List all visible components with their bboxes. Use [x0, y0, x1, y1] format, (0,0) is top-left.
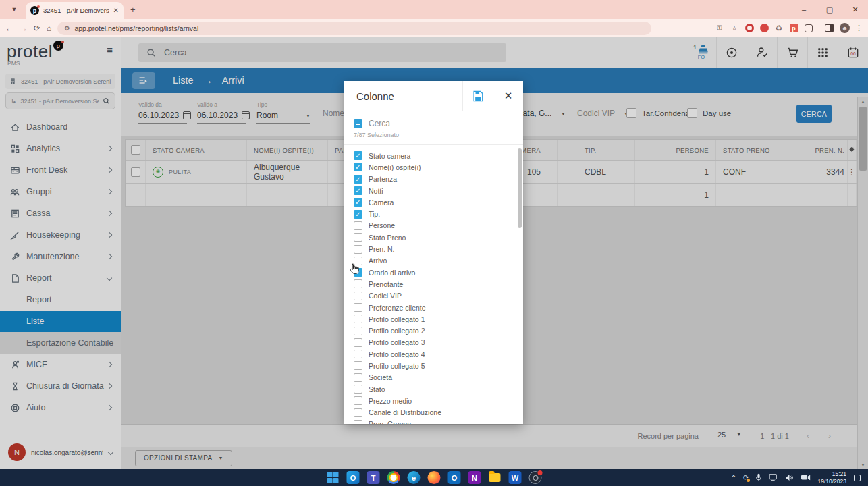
column-option-arrivo[interactable]: Arrivo — [354, 255, 523, 267]
checkbox-icon[interactable] — [354, 175, 362, 184]
sidebar-item-report[interactable]: Report — [0, 267, 121, 289]
scroll-down-icon[interactable]: ▼ — [858, 460, 868, 469]
sidebar-item-aiuto[interactable]: Aiuto — [0, 397, 121, 418]
checkbox-icon[interactable] — [354, 385, 362, 394]
extensions-icon[interactable] — [805, 24, 813, 32]
window-close-button[interactable]: ✕ — [842, 5, 868, 14]
taskbar-explorer-icon[interactable] — [489, 471, 501, 484]
window-minimize-button[interactable]: – — [791, 5, 817, 14]
extension-blocker-icon[interactable] — [760, 24, 769, 32]
tray-volume-icon[interactable] — [785, 474, 794, 481]
extension-ring-icon[interactable] — [745, 24, 754, 32]
column-option-profilo-collegato-3[interactable]: Profilo collegato 3 — [354, 337, 523, 348]
breadcrumb-section[interactable]: Liste — [173, 75, 194, 86]
codici-vip-filter[interactable]: Codici VIP▼ — [577, 107, 628, 122]
modal-close-button[interactable]: ✕ — [493, 81, 523, 111]
checkbox-icon[interactable] — [354, 303, 362, 312]
col-tip[interactable]: TIP. — [558, 140, 635, 160]
checkbox-icon[interactable] — [354, 198, 362, 207]
checkbox-icon[interactable] — [354, 186, 362, 195]
modal-scrollbar-thumb[interactable] — [518, 148, 522, 228]
pos-cart-button[interactable] — [777, 37, 807, 68]
checkbox-icon[interactable] — [354, 163, 362, 171]
column-option-pren-n[interactable]: Pren. N. — [354, 243, 523, 254]
sidebar-subitem-liste[interactable]: Liste — [0, 310, 121, 332]
taskbar-clock[interactable]: 15:21 19/10/2023 — [817, 470, 846, 485]
checkbox-icon[interactable] — [354, 151, 362, 160]
checkbox-icon[interactable] — [354, 350, 362, 358]
calendar-icon[interactable] — [183, 111, 191, 119]
column-option-notti[interactable]: Notti — [354, 185, 523, 196]
forward-icon[interactable]: → — [20, 24, 28, 33]
url-bar[interactable]: ⚙ app.protel.net/pms/reporting/lists/arr… — [57, 22, 651, 35]
column-option-prezzo-medio[interactable]: Prezzo medio — [354, 395, 523, 406]
checkbox-icon[interactable] — [354, 315, 362, 323]
sidebar-item-analytics[interactable]: Analytics — [0, 138, 121, 159]
records-per-page-select[interactable]: 25 ▼ — [716, 431, 742, 441]
checkbox-icon[interactable] — [354, 233, 362, 242]
global-search-input[interactable]: Cerca — [138, 43, 506, 62]
user-account-row[interactable]: N nicolas.ongarato@serinf.it — [0, 439, 121, 469]
sidebar-subitem-report[interactable]: Report — [0, 289, 121, 310]
sidebar-subitem-esportazione-contabile[interactable]: Esportazione Contabile — [0, 332, 121, 354]
sidebar-item-mice[interactable]: MICE — [0, 354, 121, 375]
column-option-camera[interactable]: Camera — [354, 196, 523, 208]
sidebar-item-housekeeping[interactable]: Housekeeping — [0, 224, 121, 246]
taskbar-start-icon[interactable] — [327, 471, 340, 484]
tipo-field[interactable]: Tipo Room▼ — [256, 101, 310, 124]
browser-home-icon[interactable]: ⌂ — [47, 24, 51, 33]
taskbar-obs-icon[interactable] — [529, 471, 542, 484]
checkbox-icon[interactable] — [354, 338, 362, 347]
row-checkbox[interactable] — [131, 167, 140, 177]
taskbar-teams-new-icon[interactable]: T — [367, 471, 380, 484]
column-option-stato-camera[interactable]: Stato camera — [354, 150, 523, 161]
checkbox-icon[interactable] — [354, 361, 362, 370]
taskbar-word-icon[interactable]: W — [509, 471, 522, 484]
guest-name[interactable]: Albuquerque Gustavo — [247, 161, 328, 183]
scroll-up-icon[interactable]: ▲ — [858, 97, 868, 106]
extension-p-icon[interactable]: p — [790, 24, 798, 32]
stato-preno-filter[interactable]: nata, G...▼ — [518, 107, 566, 122]
calendar-button[interactable]: 06 — [838, 37, 868, 68]
property-switcher[interactable]: ↳ 32451 - pAir Demoversion Seren... — [5, 92, 115, 109]
navigator-button[interactable] — [716, 37, 747, 68]
taskbar-chrome-icon[interactable] — [387, 471, 400, 484]
taskbar-onenote-icon[interactable]: N — [468, 471, 481, 484]
valido-da-field[interactable]: Valido da 06.10.2023 — [138, 101, 187, 124]
new-tab-button[interactable]: + — [130, 5, 136, 15]
column-option-profilo-collegato-2[interactable]: Profilo collegato 2 — [354, 325, 523, 336]
column-option-orario-di-arrivo[interactable]: Orario di arrivo — [354, 267, 523, 278]
browser-tab[interactable]: p 32451 - pAir Demoversion Seren ✕ — [26, 2, 124, 19]
guest-check-button[interactable] — [747, 37, 777, 68]
col-pren-n[interactable]: PREN. N. — [807, 140, 848, 160]
row-menu-icon[interactable]: ⋮ — [848, 171, 856, 173]
column-option-profilo-collegato-4[interactable]: Profilo collegato 4 — [354, 348, 523, 360]
tray-notifications-icon[interactable] — [853, 474, 861, 482]
checkbox-icon[interactable] — [354, 210, 362, 219]
col-nome-ospite[interactable]: NOME(I) OSPITE(I) — [247, 140, 328, 160]
column-option-nome-i-ospite-i[interactable]: Nome(i) ospite(i) — [354, 161, 523, 173]
calendar-icon[interactable] — [242, 111, 250, 119]
tray-network-icon[interactable] — [769, 474, 778, 481]
scrollbar-thumb[interactable] — [859, 107, 867, 171]
column-option-profilo-collegato-5[interactable]: Profilo collegato 5 — [354, 360, 523, 371]
checkbox-icon[interactable] — [354, 245, 362, 254]
taskbar-outlook-new-icon[interactable]: O — [347, 471, 360, 484]
valido-a-field[interactable]: Valido a 06.10.2023 — [197, 101, 246, 124]
sidebar-item-cassa[interactable]: Cassa — [0, 202, 121, 224]
select-all-checkbox[interactable] — [131, 145, 140, 155]
checkbox-icon[interactable] — [354, 221, 362, 230]
checkbox-icon[interactable] — [354, 327, 362, 335]
column-option-societ[interactable]: Società — [354, 372, 523, 383]
reload-icon[interactable]: ⟳ — [34, 24, 40, 33]
col-persone[interactable]: PERSONE — [635, 140, 716, 160]
bookmark-star-icon[interactable]: ☆ — [730, 24, 739, 33]
sidebar-item-gruppi[interactable]: Gruppi — [0, 181, 121, 202]
column-option-stato-preno[interactable]: Stato Preno — [354, 232, 523, 243]
print-options-button[interactable]: OPZIONI DI STAMPA ▼ — [135, 450, 232, 466]
window-maximize-button[interactable]: ▢ — [817, 5, 842, 14]
browser-profile-avatar[interactable]: ☻ — [840, 23, 850, 33]
column-option-canale-di-distribuzione[interactable]: Canale di Distribuzione — [354, 407, 523, 418]
checkbox-icon[interactable] — [354, 373, 362, 382]
cash-register-button[interactable]: 1 FO — [686, 37, 716, 68]
